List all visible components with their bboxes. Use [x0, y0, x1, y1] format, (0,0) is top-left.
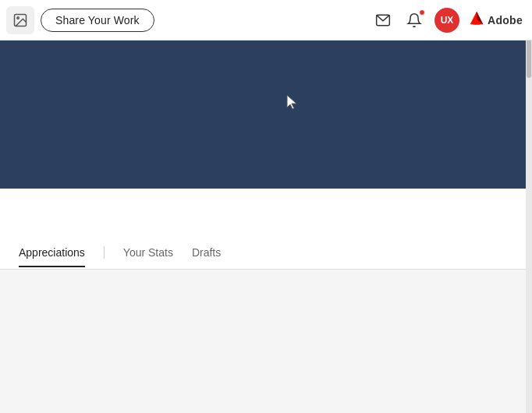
- notification-wrapper: [403, 9, 425, 31]
- tab-separator: [104, 246, 105, 259]
- header-left: Share Your Work: [6, 6, 154, 34]
- hero-banner: [0, 41, 532, 189]
- cursor-pointer: [284, 94, 300, 112]
- below-tabs-area: [0, 270, 532, 413]
- tabs-container: Appreciations Your Stats Drafts: [0, 235, 532, 270]
- image-icon: [12, 12, 28, 28]
- avatar[interactable]: UX: [434, 8, 459, 33]
- app-header: Share Your Work UX: [0, 0, 532, 41]
- image-icon-button[interactable]: [6, 6, 34, 34]
- adobe-label: Adobe: [488, 14, 523, 26]
- notification-badge: [419, 9, 425, 16]
- tab-appreciations[interactable]: Appreciations: [19, 238, 85, 267]
- svg-point-1: [17, 16, 19, 18]
- header-right: UX Adobe: [372, 8, 523, 33]
- adobe-logo[interactable]: Adobe: [469, 10, 523, 30]
- profile-info-area: [0, 189, 532, 235]
- adobe-icon: [469, 10, 484, 30]
- mail-button[interactable]: [372, 9, 394, 31]
- content-area: Appreciations Your Stats Drafts: [0, 189, 532, 413]
- scrollbar[interactable]: [526, 0, 532, 413]
- mail-icon: [375, 12, 391, 28]
- tab-your-stats[interactable]: Your Stats: [123, 238, 173, 267]
- avatar-initials: UX: [441, 15, 454, 26]
- tab-drafts[interactable]: Drafts: [192, 238, 221, 267]
- share-work-button[interactable]: Share Your Work: [41, 9, 154, 32]
- adobe-svg-icon: [469, 10, 484, 26]
